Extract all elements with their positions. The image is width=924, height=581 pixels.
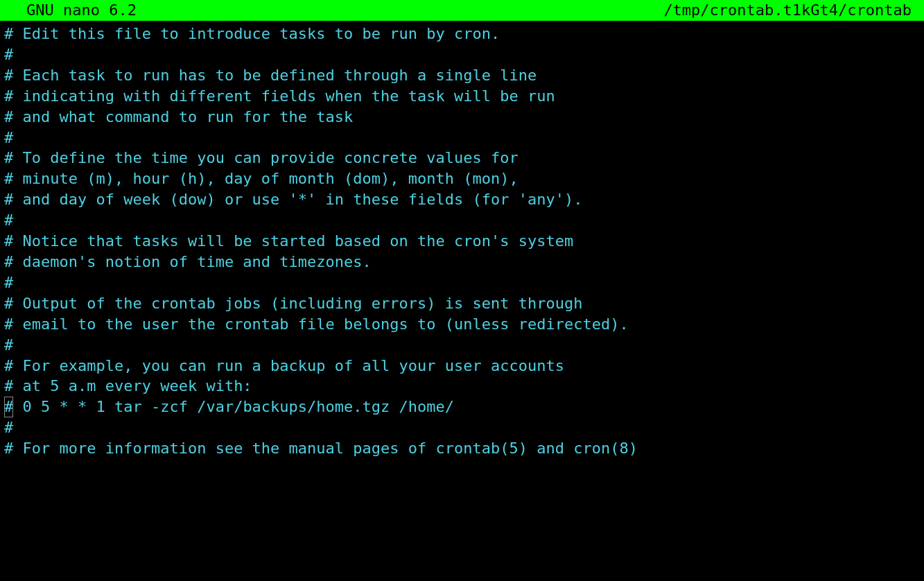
- editor-line: # and what command to run for the task: [4, 107, 920, 128]
- editor-line: #: [4, 210, 920, 231]
- editor-line: # For example, you can run a backup of a…: [4, 356, 920, 376]
- editor-line: # Notice that tasks will be started base…: [4, 231, 920, 252]
- editor-line: # daemon's notion of time and timezones.: [4, 252, 920, 272]
- editor-line: # Output of the crontab jobs (including …: [4, 293, 920, 314]
- editor-line: #: [4, 417, 920, 438]
- editor-titlebar: GNU nano 6.2 /tmp/crontab.t1kGt4/crontab: [0, 0, 924, 21]
- text-cursor: #: [4, 397, 13, 417]
- editor-line: # Edit this file to introduce tasks to b…: [4, 24, 920, 44]
- editor-line: # For more information see the manual pa…: [4, 438, 920, 459]
- editor-line: # indicating with different fields when …: [4, 86, 920, 107]
- editor-line: #: [4, 128, 920, 148]
- app-version: 6.2: [109, 1, 137, 19]
- editor-line: #: [4, 272, 920, 293]
- editor-line: # at 5 a.m every week with:: [4, 376, 920, 397]
- editor-line: # minute (m), hour (h), day of month (do…: [4, 168, 920, 189]
- editor-line: # and day of week (dow) or use '*' in th…: [4, 189, 920, 210]
- editor-line: #: [4, 335, 920, 356]
- editor-line: # email to the user the crontab file bel…: [4, 314, 920, 335]
- editor-line: # 0 5 * * 1 tar -zcf /var/backups/home.t…: [4, 397, 920, 417]
- titlebar-filepath: /tmp/crontab.t1kGt4/crontab: [663, 0, 918, 21]
- app-name: GNU nano: [26, 1, 100, 19]
- editor-line: #: [4, 44, 920, 65]
- editor-content[interactable]: # Edit this file to introduce tasks to b…: [0, 21, 924, 459]
- editor-line: # Each task to run has to be defined thr…: [4, 65, 920, 86]
- titlebar-app: GNU nano 6.2: [6, 0, 137, 21]
- editor-line: # To define the time you can provide con…: [4, 148, 920, 168]
